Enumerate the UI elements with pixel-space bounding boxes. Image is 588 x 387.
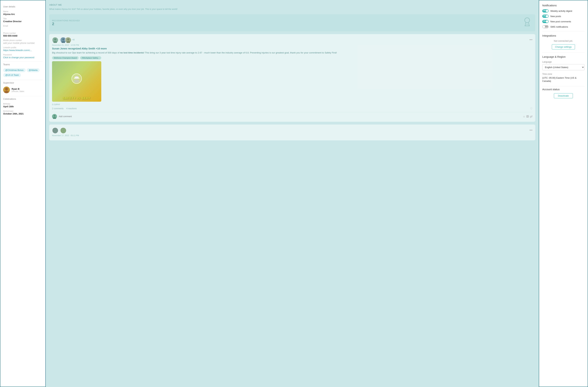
supervisor-avatar [3,86,10,93]
svg-line-4 [525,23,526,26]
toggle-track-newposts[interactable]: ON [542,15,549,18]
toggle-track-comments[interactable]: ON [542,20,549,23]
mobile-label: Mobile phone number [3,39,42,41]
mobile-value[interactable]: add your mobile phone number [3,42,42,44]
post2-avatar-2 [60,127,66,133]
user-details-title: User details [3,5,42,8]
comment-icons: ☺ 🖼 gif [523,115,532,118]
integrations-title: Integrations [542,34,585,37]
svg-point-3 [525,18,530,23]
linkedin-label: LinkedIn profile [3,46,42,48]
recognitions-count: 2 [52,22,80,26]
supervisor-name: Ryan B [12,87,24,90]
timezone-value: (UTC -05:00) Eastern Time (US & Canada) [542,76,585,83]
gif-icon[interactable]: gif [530,115,532,118]
account-status-title: Account status [542,88,585,91]
supervisor-row: Ryan B Director, Sales [3,86,42,93]
notifications-title: Notifications [542,4,585,7]
recognitions-bar: RECOGNITIONS RECEIVED 2 [49,14,535,31]
toggle-on-label-newposts: ON [543,15,546,17]
post2-menu-dots[interactable]: ••• [529,129,532,132]
celebrations-title: Celebrations [3,98,42,100]
birthday-value: April 16th [3,105,42,108]
team-tag-atlanta[interactable]: @Atlanta [27,68,40,72]
notification-comments: ON New post comments [542,20,585,23]
post-body-bold: no lost time incidents! [120,51,144,54]
change-settings-button[interactable]: Change settings [552,44,575,49]
notification-sms: OFF SMS notifications [542,25,585,28]
deactivate-button[interactable]: Deactivate [554,93,573,98]
toggle-track-weekly[interactable]: ON [542,9,549,13]
post-image-text: SAFETY IS SEXY [63,97,91,102]
toggle-comments[interactable]: ON [542,20,549,23]
phone-value: 555-555-0440 [3,35,42,37]
new-post-comments-label: New post comments [550,20,571,23]
language-select-wrapper: English (United States) [542,64,585,73]
divider-teams [3,62,42,62]
teams-title: Teams [3,63,42,66]
name-value: Alyssa Arc [3,13,42,16]
name-label: Name [3,10,42,13]
toggle-sms[interactable]: OFF [542,25,549,28]
post-avatar-1 [52,37,58,43]
image-icon[interactable]: 🖼 [526,115,529,118]
recognitions-label: RECOGNITIONS RECEIVED [52,20,80,22]
post-title: Susan Jones recognized Abby Smith +10 mo… [52,47,532,50]
password-action[interactable]: Click to change your password [3,56,42,59]
divider-supervisor [3,80,42,80]
toggle-track-sms[interactable]: OFF [542,25,549,28]
post-avatars: → +8 [52,37,75,43]
title-label: Title [3,18,42,20]
post-tag-2[interactable]: #Workplace Safety... [80,56,101,60]
email-value [3,27,42,30]
password-label: Password [3,54,42,56]
post-card-2: → ••• November 17, 2022 · 05:11 PM [49,125,535,140]
comment-avatar [52,114,57,119]
team-tag-christmas[interactable]: @Christmas Bonus [3,68,26,72]
post-header-2: → ••• [52,127,532,133]
svg-point-9 [54,38,56,41]
post-card: → +8 ••• November 21, 2022 · 12:00 PM Su… [49,34,535,122]
post-avatars-2: → [52,127,66,133]
toggle-thumb-newposts [546,15,548,17]
divider-language [542,52,585,52]
post-plus-count: +8 [72,39,75,41]
post2-avatar-1 [52,127,58,133]
svg-point-15 [67,38,69,41]
comment-row: ☺ 🖼 gif [52,112,532,119]
post-tags: Wellness Champion Award #Workplace Safet… [52,56,532,60]
new-posts-label: New posts [550,15,561,18]
post-header: → +8 ••• [52,37,532,43]
account-status-section: Account status Deactivate [542,86,585,98]
post-body-end: This bring our 3 year lost time injury r… [144,51,337,54]
svg-point-23 [54,115,55,117]
post-body: Big shoutout to our Ops team for achievi… [52,51,532,55]
post-stats: 2 comments 4 reactions [52,107,77,110]
heart-icon[interactable]: ♡ [530,107,532,110]
reactions-count[interactable]: 4 reactions [66,107,77,110]
toggle-on-label-weekly: ON [543,10,546,12]
team-tags-container: @Christmas Bonus @Atlanta @UX-UI Team [3,68,42,77]
toggle-thumb-sms [543,25,545,28]
notification-weekly: ON Weekly activity digest [542,9,585,13]
comment-input[interactable] [59,115,521,118]
post-menu-dots[interactable]: ••• [529,38,532,41]
svg-point-26 [61,128,66,133]
emoji-icon[interactable]: ☺ [523,115,525,118]
team-tag-uxui[interactable]: @UX-UI Team [3,73,21,77]
about-me-title: About me [49,3,535,6]
language-select[interactable]: English (United States) [542,64,585,70]
comments-count[interactable]: 2 comments [52,107,63,110]
post-tag-1[interactable]: Wellness Champion Award [52,56,79,60]
toggle-weekly[interactable]: ON [542,9,549,13]
post2-date: November 17, 2022 · 05:11 PM [52,134,532,136]
svg-point-19 [74,79,80,83]
sms-label: SMS notifications [550,25,568,28]
toggle-on-label-comments: ON [543,21,546,22]
linkedin-value[interactable]: https://www.linkedin.com/c... [3,49,42,52]
weekly-digest-label: Weekly activity digest [550,10,572,12]
toggle-newposts[interactable]: ON [542,15,549,18]
supervisor-info: Ryan B Director, Sales [12,87,24,92]
supervisor-title: Supervisor [3,82,42,84]
middle-panel: About me What makes Alyssa Arc tick? Tel… [46,0,539,387]
